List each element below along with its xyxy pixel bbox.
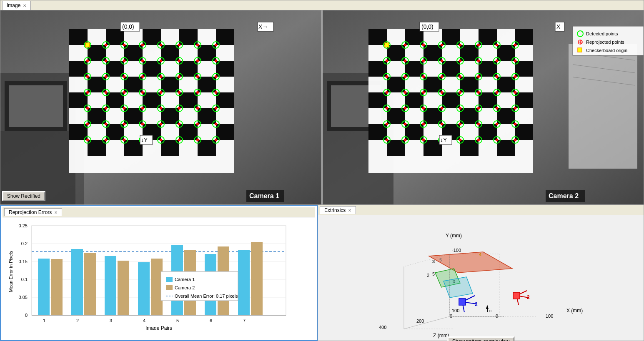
extrinsics-container: 400 200 0 Z (mm) 100 0 X (mm) -100 0 100… — [318, 215, 644, 341]
svg-text:(0,0): (0,0) — [421, 23, 434, 30]
svg-point-291 — [404, 123, 406, 125]
svg-point-95 — [123, 91, 125, 94]
svg-point-213 — [422, 44, 425, 46]
svg-rect-356 — [84, 253, 96, 315]
svg-point-317 — [496, 139, 498, 141]
svg-rect-413 — [513, 292, 520, 299]
svg-text:4: 4 — [479, 252, 482, 257]
svg-point-77 — [105, 75, 107, 78]
svg-point-151 — [196, 139, 199, 141]
svg-point-81 — [141, 75, 144, 78]
svg-text:Mean Error in Pixels: Mean Error in Pixels — [8, 251, 13, 292]
svg-point-235 — [477, 60, 480, 62]
show-rectified-button[interactable]: Show Rectified — [2, 191, 45, 201]
svg-point-99 — [160, 91, 162, 94]
svg-point-153 — [215, 139, 217, 141]
image-tab-label: Image — [7, 2, 20, 8]
svg-rect-353 — [38, 259, 50, 315]
svg-text:7: 7 — [243, 318, 246, 323]
svg-point-245 — [422, 75, 425, 78]
image-tab-bar: Image ✕ — [0, 0, 644, 10]
svg-point-65 — [141, 60, 144, 62]
svg-point-215 — [441, 44, 443, 46]
svg-point-101 — [178, 91, 180, 94]
svg-point-61 — [105, 60, 107, 62]
svg-point-49 — [141, 44, 144, 46]
svg-point-119 — [196, 107, 199, 110]
svg-point-295 — [441, 123, 443, 125]
svg-text:2: 2 — [427, 273, 429, 278]
svg-point-293 — [422, 123, 425, 125]
svg-point-55 — [196, 44, 199, 46]
svg-text:2: 2 — [527, 294, 530, 300]
svg-rect-358 — [118, 261, 129, 315]
svg-point-103 — [196, 91, 199, 94]
svg-point-115 — [160, 107, 162, 110]
svg-point-261 — [422, 91, 425, 94]
svg-rect-355 — [71, 249, 83, 315]
svg-point-319 — [514, 139, 516, 141]
cameras-area: (0,0) X→ ↓Y Camera 1 Show Rectified — [0, 10, 644, 204]
svg-text:-100: -100 — [452, 248, 461, 253]
svg-point-225 — [386, 60, 388, 62]
camera1-frame: 2 — [459, 296, 478, 312]
svg-rect-167 — [569, 44, 637, 169]
svg-rect-378 — [166, 285, 173, 290]
svg-text:5: 5 — [439, 257, 442, 262]
svg-marker-421 — [486, 305, 489, 309]
svg-text:2: 2 — [76, 318, 79, 323]
reprojection-tab-label: Reprojection Errors — [9, 209, 52, 215]
svg-text:Detected points: Detected points — [586, 31, 618, 36]
svg-point-117 — [178, 107, 180, 110]
svg-point-131 — [160, 123, 162, 125]
svg-point-263 — [441, 91, 443, 94]
svg-point-125 — [105, 123, 107, 125]
reprojection-tab[interactable]: Reprojection Errors ✕ — [4, 208, 62, 216]
svg-point-71 — [196, 60, 199, 62]
reprojection-tab-close[interactable]: ✕ — [54, 210, 58, 215]
extrinsics-tab-close[interactable]: ✕ — [348, 208, 351, 213]
svg-point-93 — [105, 91, 107, 94]
svg-point-253 — [496, 75, 498, 78]
svg-point-223 — [514, 44, 516, 46]
svg-text:Camera 2: Camera 2 — [549, 192, 579, 199]
svg-text:Y (mm): Y (mm) — [446, 233, 462, 239]
svg-point-123 — [86, 123, 89, 125]
svg-text:Checkerboard origin: Checkerboard origin — [586, 48, 627, 53]
svg-point-97 — [141, 91, 144, 94]
svg-text:Reprojected points: Reprojected points — [586, 40, 624, 45]
image-tab-close[interactable]: ✕ — [23, 3, 26, 8]
svg-point-313 — [459, 139, 461, 141]
extrinsics-panel: Extrinsics ✕ 400 200 0 Z (mm) 100 0 X (m… — [318, 205, 644, 341]
svg-line-395 — [404, 316, 450, 329]
show-pattern-button[interactable]: Show pattern-centric view — [447, 336, 514, 341]
svg-text:Camera 1: Camera 1 — [249, 192, 279, 199]
svg-point-51 — [160, 44, 162, 46]
svg-point-105 — [215, 91, 217, 94]
svg-point-229 — [422, 60, 425, 62]
svg-text:Image Pairs: Image Pairs — [145, 325, 172, 330]
extrinsics-tab[interactable]: Extrinsics ✕ — [320, 206, 356, 214]
svg-rect-359 — [138, 262, 150, 315]
svg-point-75 — [86, 75, 89, 78]
chart-container: 0.25 0.2 0.15 0.1 0.05 0 Mean Error in P… — [3, 217, 315, 341]
svg-rect-320 — [385, 43, 389, 47]
svg-text:Overall Mean Error: 0.17 pixel: Overall Mean Error: 0.17 pixels — [175, 294, 238, 299]
svg-point-47 — [123, 44, 125, 46]
camera2-frame: 2 — [513, 291, 530, 305]
svg-text:↓Y: ↓Y — [440, 137, 447, 143]
svg-point-73 — [215, 60, 217, 62]
image-tab[interactable]: Image ✕ — [2, 1, 31, 10]
svg-point-133 — [178, 123, 180, 125]
svg-point-303 — [514, 123, 516, 125]
svg-point-87 — [196, 75, 199, 78]
camera1-view: (0,0) X→ ↓Y Camera 1 Show Rectified — [0, 10, 321, 204]
svg-point-249 — [459, 75, 461, 78]
svg-rect-365 — [238, 250, 250, 315]
svg-point-113 — [141, 107, 144, 110]
svg-point-255 — [514, 75, 516, 78]
camera2-scene: (0,0) X ↓Y Detected points Reprojected p… — [323, 10, 644, 204]
svg-point-285 — [496, 107, 498, 110]
bottom-panels: Reprojection Errors ✕ 0.25 0.2 0.15 — [0, 204, 644, 341]
svg-point-233 — [459, 60, 461, 62]
